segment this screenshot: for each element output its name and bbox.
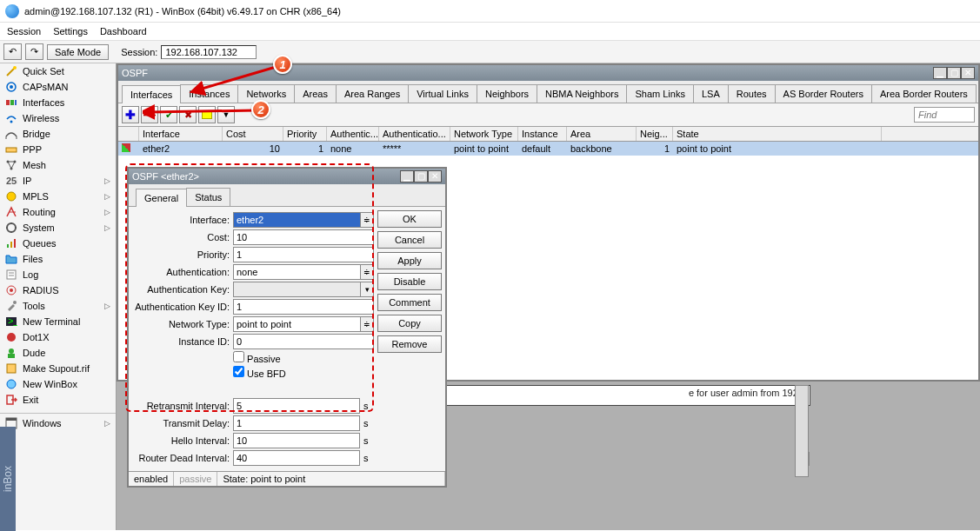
column-header[interactable]: Neig...: [637, 127, 673, 141]
dropdown-icon[interactable]: ≑: [360, 316, 374, 332]
column-header[interactable]: State: [673, 127, 882, 141]
maximize-icon[interactable]: ▢: [947, 67, 961, 79]
find-input[interactable]: [914, 107, 975, 123]
filter-button[interactable]: ▼: [217, 106, 235, 123]
tab-virtual-links[interactable]: Virtual Links: [408, 84, 477, 103]
column-header[interactable]: Area: [567, 127, 637, 141]
sidebar-item-ppp[interactable]: PPP: [0, 142, 116, 157]
apply-button[interactable]: Apply: [377, 252, 442, 269]
column-header[interactable]: Authenticatio...: [379, 127, 450, 141]
redo-button[interactable]: ↷: [25, 43, 43, 60]
field-interface[interactable]: [233, 212, 360, 228]
field-cost[interactable]: [233, 229, 374, 245]
comment-button[interactable]: [198, 106, 216, 123]
tab-sham-links[interactable]: Sham Links: [626, 84, 693, 103]
maximize-icon[interactable]: ▢: [414, 170, 428, 183]
dropdown-icon[interactable]: ≑: [360, 212, 374, 228]
field-instanceid[interactable]: [233, 334, 374, 349]
tab-nbma-neighbors[interactable]: NBMA Neighbors: [537, 84, 627, 103]
svg-point-24: [13, 301, 17, 304]
tab-status[interactable]: Status: [186, 188, 230, 206]
column-header[interactable]: Interface: [139, 127, 223, 141]
sidebar-item-mpls[interactable]: MPLS▷: [0, 189, 116, 204]
ospf-toolbar: ✚ — ✔ ✖ ▼: [118, 103, 978, 127]
close-icon[interactable]: ✕: [961, 67, 975, 79]
sidebar-item-log[interactable]: Log: [0, 267, 116, 282]
ok-button[interactable]: OK: [377, 210, 442, 228]
remove-button[interactable]: Remove: [377, 335, 442, 353]
column-header[interactable]: Cost: [223, 127, 283, 141]
copy-button[interactable]: Copy: [377, 315, 442, 332]
column-header[interactable]: Network Type: [450, 127, 518, 141]
tab-lsa[interactable]: LSA: [693, 84, 729, 103]
sidebar-item-new-terminal[interactable]: >_New Terminal: [0, 314, 116, 329]
disable-button[interactable]: ✖: [179, 106, 197, 123]
field-nettype[interactable]: [233, 316, 360, 332]
checkbox-usebfd[interactable]: [233, 366, 244, 377]
dialog-title-bar[interactable]: OSPF <ether2> ▁ ▢ ✕: [129, 169, 445, 184]
column-header[interactable]: Priority: [283, 127, 327, 141]
sidebar-item-windows[interactable]: Windows ▷: [0, 415, 116, 431]
tab-instances[interactable]: Instances: [180, 84, 238, 103]
table-row[interactable]: ether2101none*****point to pointdefaultb…: [118, 142, 978, 156]
sidebar-item-make-supout-rif[interactable]: Make Supout.rif: [0, 361, 116, 376]
session-value[interactable]: 192.168.107.132: [161, 45, 257, 59]
sidebar-item-ip[interactable]: 255IP▷: [0, 173, 116, 189]
sidebar-item-new-winbox[interactable]: New WinBox: [0, 376, 116, 392]
field-transmitdelay[interactable]: [233, 415, 360, 431]
sidebar-item-quick-set[interactable]: Quick Set: [0, 63, 116, 79]
disable-button[interactable]: Disable: [377, 273, 442, 290]
column-header[interactable]: Instance: [518, 127, 567, 141]
dropdown-icon[interactable]: ≑: [360, 264, 374, 280]
tab-areas[interactable]: Areas: [294, 84, 337, 103]
sidebar-item-wireless[interactable]: Wireless: [0, 110, 116, 126]
sidebar-item-mesh[interactable]: Mesh: [0, 157, 116, 173]
enable-button[interactable]: ✔: [160, 106, 177, 123]
tab-general[interactable]: General: [136, 189, 187, 207]
menu-session[interactable]: Session: [7, 26, 41, 37]
field-priority[interactable]: [233, 247, 374, 262]
sidebar-item-queues[interactable]: Queues: [0, 236, 116, 251]
ospf-title-bar[interactable]: OSPF ▁ ▢ ✕: [118, 65, 978, 81]
tab-area-border-routers[interactable]: Area Border Routers: [871, 84, 977, 103]
close-icon[interactable]: ✕: [428, 170, 442, 183]
tab-area-ranges[interactable]: Area Ranges: [336, 84, 409, 103]
safe-mode-button[interactable]: Safe Mode: [47, 44, 109, 60]
field-authkeyid[interactable]: [233, 299, 374, 315]
menu-dashboard[interactable]: Dashboard: [100, 26, 147, 37]
undo-button[interactable]: ↶: [3, 43, 22, 60]
remove-button[interactable]: —: [141, 106, 158, 123]
sidebar-item-tools[interactable]: Tools▷: [0, 298, 116, 314]
tab-routes[interactable]: Routes: [728, 84, 776, 103]
sidebar-item-bridge[interactable]: Bridge: [0, 126, 116, 142]
menu-settings[interactable]: Settings: [53, 26, 88, 37]
checkbox-passive[interactable]: [233, 351, 244, 362]
minimize-icon[interactable]: ▁: [400, 170, 414, 183]
tab-neighbors[interactable]: Neighbors: [477, 84, 537, 103]
tab-networks[interactable]: Networks: [237, 84, 295, 103]
sidebar-item-dot1x[interactable]: Dot1X: [0, 329, 116, 345]
field-retransmit[interactable]: [233, 398, 360, 414]
tab-interfaces[interactable]: Interfaces: [122, 85, 181, 103]
minimize-icon[interactable]: ▁: [933, 67, 947, 79]
column-header[interactable]: [118, 127, 139, 141]
dropdown-icon[interactable]: ▾: [360, 282, 374, 297]
sidebar-item-routing[interactable]: Routing▷: [0, 204, 116, 220]
field-dead[interactable]: [233, 450, 360, 466]
tab-as-border-routers[interactable]: AS Border Routers: [775, 84, 872, 103]
sidebar-item-dude[interactable]: Dude: [0, 345, 116, 361]
sidebar-item-capsman[interactable]: CAPsMAN: [0, 79, 116, 95]
sidebar-item-radius[interactable]: RADIUS: [0, 282, 116, 298]
sidebar-item-interfaces[interactable]: Interfaces: [0, 95, 116, 110]
add-button[interactable]: ✚: [122, 106, 139, 123]
sidebar-item-files[interactable]: Files: [0, 251, 116, 267]
sidebar-item-system[interactable]: System▷: [0, 220, 116, 236]
terminal-scrollbar[interactable]: [795, 385, 809, 477]
cancel-button[interactable]: Cancel: [377, 231, 442, 249]
comment-button[interactable]: Comment: [377, 294, 442, 311]
field-hello[interactable]: [233, 433, 360, 448]
field-authkey[interactable]: [233, 282, 360, 297]
sidebar-item-exit[interactable]: Exit: [0, 392, 116, 408]
column-header[interactable]: Authentic...: [327, 127, 379, 141]
field-auth[interactable]: [233, 264, 360, 280]
